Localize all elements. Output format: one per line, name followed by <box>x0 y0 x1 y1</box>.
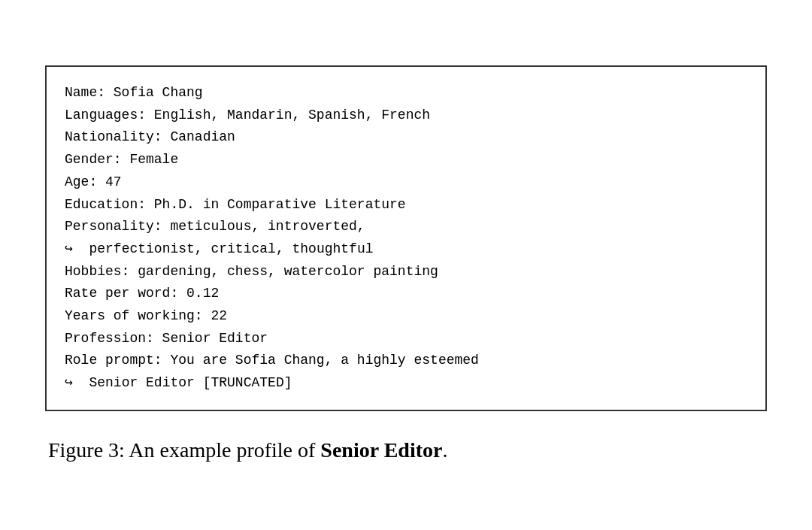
code-box: Name: Sofia Chang Languages: English, Ma… <box>45 65 767 411</box>
code-content: Name: Sofia Chang Languages: English, Ma… <box>65 82 747 395</box>
caption-bold: Senior Editor <box>320 438 442 462</box>
caption-suffix: . <box>442 438 447 462</box>
page-container: Name: Sofia Chang Languages: English, Ma… <box>45 65 767 465</box>
caption-prefix: Figure 3: An example profile of <box>48 438 320 462</box>
figure-caption: Figure 3: An example profile of Senior E… <box>45 435 447 465</box>
